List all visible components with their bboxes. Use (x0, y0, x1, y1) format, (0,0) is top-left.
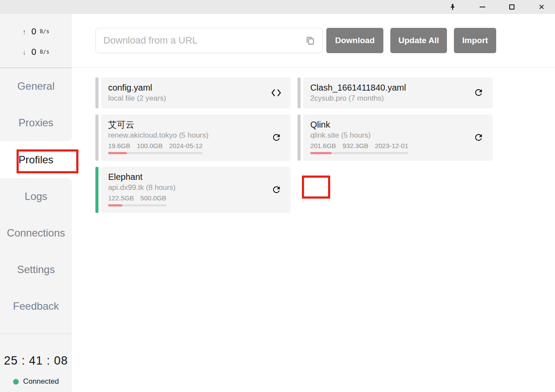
profile-card-grid: config.yaml local file (2 years) (95, 78, 555, 213)
refresh-icon[interactable] (269, 185, 284, 195)
sidebar-bottom-section: Logs Connections Settings Feedback 25 : … (0, 178, 72, 392)
profile-usage: 201.6GB 932.3GB 2023-12-01 (310, 142, 408, 154)
usage-progress-bar (108, 204, 166, 206)
app-window: ✕ ↑ 0 B/s ↓ 0 B/s (0, 0, 555, 392)
profile-accent-bar (298, 78, 301, 108)
minimize-button[interactable] (478, 3, 486, 11)
connection-status: Connected (13, 377, 59, 386)
upload-speed-unit: B/s (36, 28, 49, 34)
url-input-box (95, 28, 323, 53)
profile-title: config.yaml (108, 82, 266, 94)
titlebar: ✕ (0, 0, 555, 14)
profile-card-akicloud[interactable]: 艾可云 renew.akicloud.tokyo (5 hours) 19.6G… (95, 115, 291, 161)
code-icon[interactable] (269, 88, 284, 98)
connected-label: Connected (23, 377, 59, 386)
sidebar-item-profiles[interactable]: Profiles (0, 141, 72, 178)
profile-subtitle: 2cysub.pro (7 months) (310, 94, 468, 104)
upload-speed-value: 0 (31, 27, 36, 37)
profile-title: Qlink (310, 119, 468, 131)
profile-accent-bar (95, 115, 98, 161)
maximize-button[interactable] (508, 3, 516, 11)
usage-total: 932.3GB (342, 142, 368, 150)
profile-title: Elephant (108, 171, 266, 183)
sidebar-item-settings[interactable]: Settings (0, 251, 72, 288)
import-button[interactable]: Import (454, 28, 496, 53)
usage-expire-date: 2023-12-01 (375, 142, 409, 150)
download-speed-value: 0 (31, 47, 36, 57)
usage-used: 19.6GB (108, 142, 130, 150)
profile-card-qlink[interactable]: Qlink qlink.site (5 hours) 201.6GB 932.3… (298, 115, 493, 161)
sidebar-item-general[interactable]: General (0, 68, 72, 105)
connected-dot-icon (13, 379, 19, 385)
sidebar-item-proxies[interactable]: Proxies (0, 105, 72, 141)
download-button[interactable]: Download (326, 28, 383, 53)
usage-progress-bar (108, 152, 203, 154)
upload-speed: ↑ 0 B/s (23, 27, 49, 37)
usage-total: 100.0GB (137, 142, 162, 150)
usage-used: 122.5GB (108, 194, 134, 203)
traffic-panel: ↑ 0 B/s ↓ 0 B/s (0, 14, 72, 68)
profile-subtitle: renew.akicloud.tokyo (5 hours) (108, 131, 266, 141)
sidebar-item-logs[interactable]: Logs (0, 178, 72, 215)
refresh-icon[interactable] (269, 132, 284, 142)
usage-progress-bar (310, 152, 408, 154)
profile-title: 艾可云 (108, 119, 266, 131)
profile-accent-bar-active (95, 167, 98, 213)
refresh-icon[interactable] (471, 88, 486, 98)
uptime-timer: 25 : 41 : 08 (4, 354, 68, 368)
usage-expire-date: 2024-05-12 (169, 142, 203, 150)
sidebar-footer: 25 : 41 : 08 Connected (0, 334, 72, 392)
profile-subtitle: local file (2 years) (108, 94, 266, 104)
profile-card-clash-1661411840[interactable]: Clash_1661411840.yaml 2cysub.pro (7 mont… (298, 78, 493, 108)
profiles-page: Download Update All Import config.yaml l… (72, 14, 555, 392)
upload-arrow-icon: ↑ (23, 28, 31, 35)
profiles-toolbar: Download Update All Import (95, 28, 555, 53)
window-controls: ✕ (449, 0, 555, 14)
profile-card-config-yaml[interactable]: config.yaml local file (2 years) (95, 78, 291, 108)
refresh-icon[interactable] (471, 132, 486, 142)
download-speed: ↓ 0 B/s (23, 47, 49, 57)
profile-subtitle: api.dx99.tk (8 hours) (108, 183, 266, 193)
sidebar-item-feedback[interactable]: Feedback (0, 288, 72, 324)
download-arrow-icon: ↓ (23, 48, 31, 56)
sidebar: ↑ 0 B/s ↓ 0 B/s General Proxies Profiles… (0, 14, 72, 392)
profile-usage: 19.6GB 100.0GB 2024-05-12 (108, 142, 203, 154)
url-input[interactable] (103, 35, 304, 46)
close-button[interactable]: ✕ (538, 3, 545, 11)
profile-card-elephant[interactable]: Elephant api.dx99.tk (8 hours) 122.5GB 5… (95, 167, 291, 213)
profile-usage: 122.5GB 500.0GB (108, 194, 166, 206)
sidebar-top-section: ↑ 0 B/s ↓ 0 B/s General Proxies (0, 14, 72, 141)
profile-accent-bar (95, 78, 98, 108)
download-speed-unit: B/s (36, 49, 49, 55)
update-all-button[interactable]: Update All (390, 28, 447, 53)
profile-title: Clash_1661411840.yaml (310, 82, 468, 94)
pin-icon-svg (449, 3, 456, 10)
sidebar-item-connections[interactable]: Connections (0, 215, 72, 251)
profile-accent-bar (298, 115, 301, 161)
profile-subtitle: qlink.site (5 hours) (310, 131, 468, 141)
paste-icon[interactable] (304, 34, 316, 47)
usage-used: 201.6GB (310, 142, 336, 150)
usage-total: 500.0GB (140, 194, 166, 203)
pin-icon[interactable] (449, 3, 457, 11)
